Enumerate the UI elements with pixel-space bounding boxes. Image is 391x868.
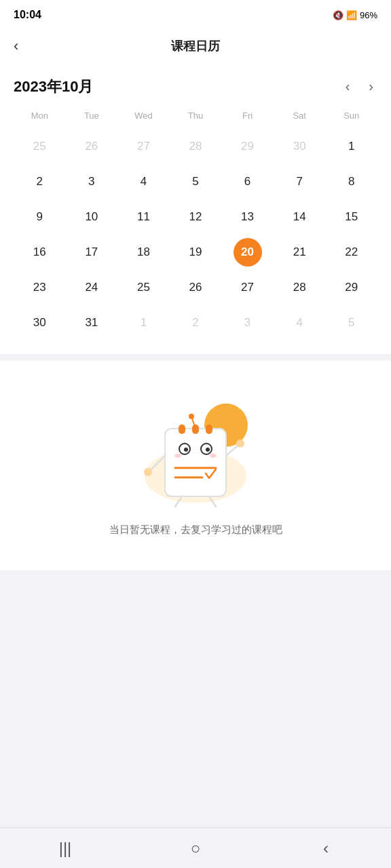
- svg-point-15: [236, 439, 244, 448]
- empty-illustration: [128, 388, 263, 510]
- svg-point-9: [206, 448, 210, 452]
- page-header: ‹ 课程日历: [0, 27, 391, 65]
- back-nav-button[interactable]: ‹: [261, 828, 391, 868]
- calendar-weeks: 2526272829301234567891011121314151617181…: [14, 129, 377, 340]
- calendar-day-cell[interactable]: 4: [117, 164, 170, 199]
- calendar-day-cell[interactable]: 30: [274, 129, 326, 164]
- calendar-day-cell[interactable]: 4: [274, 305, 326, 340]
- days-of-week-row: Mon Tue Wed Thu Fri Sat Sun: [14, 108, 377, 129]
- week-row-0: 2526272829301: [14, 129, 377, 164]
- calendar-day-cell[interactable]: 15: [325, 199, 377, 235]
- week-row-5: 303112345: [14, 305, 377, 340]
- calendar-day-cell[interactable]: 2: [170, 305, 222, 340]
- calendar-day-cell[interactable]: 1: [325, 129, 377, 164]
- status-bar: 10:04 🔇 📶 96%: [0, 0, 391, 27]
- calendar-day-cell[interactable]: 31: [66, 305, 118, 340]
- calendar-day-cell[interactable]: 2: [14, 164, 66, 199]
- empty-state-message: 当日暂无课程，去复习学习过的课程吧: [109, 524, 282, 536]
- calendar-day-cell[interactable]: 19: [170, 235, 222, 270]
- svg-point-13: [144, 468, 152, 476]
- svg-rect-2: [165, 429, 226, 496]
- calendar-day-cell[interactable]: 26: [170, 270, 222, 305]
- week-row-4: 23242526272829: [14, 270, 377, 305]
- calendar-day-cell[interactable]: 27: [117, 129, 170, 164]
- calendar-day-cell[interactable]: 23: [14, 270, 66, 305]
- svg-rect-3: [179, 425, 185, 434]
- next-month-button[interactable]: ›: [365, 76, 377, 97]
- month-navigation: 2023年10月 ‹ ›: [14, 76, 377, 97]
- svg-rect-5: [206, 425, 212, 434]
- calendar-day-cell[interactable]: 16: [14, 235, 66, 270]
- calendar-day-cell[interactable]: 11: [117, 199, 170, 235]
- calendar-day-cell[interactable]: 29: [325, 270, 377, 305]
- dow-wed: Wed: [117, 108, 170, 129]
- dow-thu: Thu: [170, 108, 222, 129]
- svg-point-18: [174, 454, 181, 458]
- week-row-2: 9101112131415: [14, 199, 377, 235]
- calendar-day-cell[interactable]: 5: [170, 164, 222, 199]
- signal-icon: 📶: [346, 10, 357, 20]
- calendar-grid: Mon Tue Wed Thu Fri Sat Sun 252627282930…: [14, 108, 377, 340]
- page-title: 课程日历: [171, 38, 220, 54]
- bottom-spacer: [0, 570, 391, 827]
- calendar-day-cell[interactable]: 3: [66, 164, 118, 199]
- calendar-day-cell[interactable]: 1: [117, 305, 170, 340]
- svg-point-8: [184, 448, 188, 452]
- calendar-day-cell[interactable]: 10: [66, 199, 118, 235]
- status-icons: 🔇 📶 96%: [333, 10, 377, 20]
- calendar-day-cell[interactable]: 14: [274, 199, 326, 235]
- nav-arrows: ‹ ›: [341, 76, 377, 97]
- calendar-day-cell[interactable]: 22: [325, 235, 377, 270]
- bottom-nav-bar: ||| ○ ‹: [0, 827, 391, 868]
- today-indicator: 20: [234, 238, 262, 267]
- calendar-day-cell[interactable]: 13: [221, 199, 274, 235]
- calendar-day-cell[interactable]: 5: [325, 305, 377, 340]
- dow-tue: Tue: [66, 108, 118, 129]
- calendar-day-cell[interactable]: 7: [274, 164, 326, 199]
- calendar-day-cell[interactable]: 29: [221, 129, 274, 164]
- calendar-day-cell[interactable]: 8: [325, 164, 377, 199]
- calendar-day-cell[interactable]: 3: [221, 305, 274, 340]
- calendar-day-cell[interactable]: 28: [170, 129, 222, 164]
- calendar-day-cell[interactable]: 25: [117, 270, 170, 305]
- recents-button[interactable]: |||: [0, 828, 130, 868]
- month-title: 2023年10月: [14, 77, 93, 97]
- calendar-container: 2023年10月 ‹ › Mon Tue Wed Thu Fri Sat Sun…: [0, 65, 391, 354]
- week-row-3: 16171819202122: [14, 235, 377, 270]
- week-row-1: 2345678: [14, 164, 377, 199]
- calendar-day-cell[interactable]: 9: [14, 199, 66, 235]
- dow-sun: Sun: [325, 108, 377, 129]
- dow-mon: Mon: [14, 108, 66, 129]
- calendar-day-cell[interactable]: 25: [14, 129, 66, 164]
- calendar-day-cell[interactable]: 26: [66, 129, 118, 164]
- calendar-day-cell[interactable]: 21: [274, 235, 326, 270]
- section-divider: [0, 354, 391, 361]
- prev-month-button[interactable]: ‹: [341, 76, 354, 97]
- battery-label: 96%: [360, 10, 377, 20]
- status-time: 10:04: [14, 9, 41, 21]
- calendar-day-cell[interactable]: 27: [221, 270, 274, 305]
- mute-icon: 🔇: [333, 10, 343, 20]
- calendar-day-cell[interactable]: 24: [66, 270, 118, 305]
- dow-sat: Sat: [274, 108, 326, 129]
- back-button[interactable]: ‹: [14, 39, 18, 54]
- empty-state-card: 当日暂无课程，去复习学习过的课程吧: [0, 361, 391, 570]
- dow-fri: Fri: [221, 108, 274, 129]
- svg-point-19: [210, 454, 217, 458]
- calendar-day-cell[interactable]: 20: [221, 235, 274, 270]
- calendar-day-cell[interactable]: 17: [66, 235, 118, 270]
- illustration-svg: [128, 388, 263, 510]
- svg-line-14: [226, 446, 238, 456]
- calendar-day-cell[interactable]: 30: [14, 305, 66, 340]
- calendar-day-cell[interactable]: 28: [274, 270, 326, 305]
- calendar-day-cell[interactable]: 12: [170, 199, 222, 235]
- calendar-day-cell[interactable]: 18: [117, 235, 170, 270]
- home-button[interactable]: ○: [130, 828, 261, 868]
- calendar-day-cell[interactable]: 6: [221, 164, 274, 199]
- svg-point-21: [189, 414, 194, 419]
